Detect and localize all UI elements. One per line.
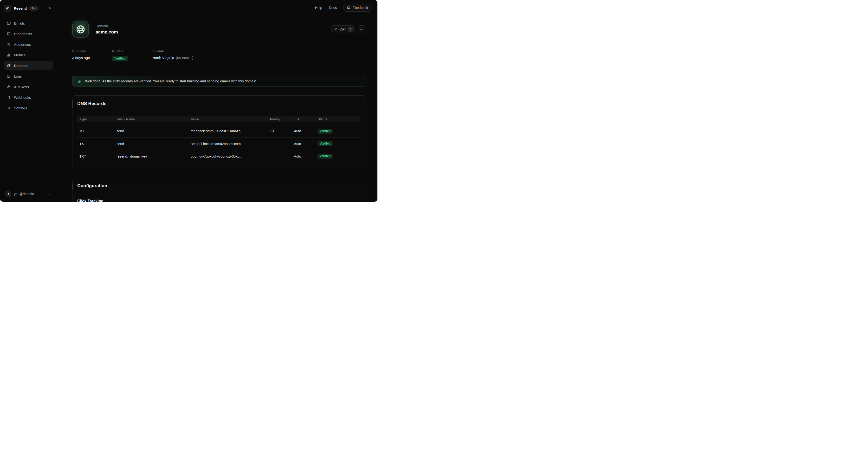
cell-priority: 10	[270, 129, 294, 133]
sidebar-item-label: Domains	[14, 64, 28, 68]
region-label: REGION	[152, 49, 193, 53]
cell-ttl: Auto	[294, 129, 317, 133]
sidebar-nav: Emails Broadcasts Audiences Metrics	[4, 19, 53, 113]
click-tracking-label: Click Tracking	[77, 199, 360, 202]
sidebar-item-settings[interactable]: Settings	[4, 103, 53, 113]
cell-host: send	[117, 142, 191, 146]
page-title: acme.com	[96, 29, 118, 35]
lock-icon	[7, 85, 11, 89]
created-value: 3 days ago	[72, 56, 112, 60]
domain-meta: CREATED 3 days ago STATUS Verified REGIO…	[72, 49, 365, 61]
banner-message: Well done! All the DNS records are verif…	[85, 79, 257, 83]
api-button[interactable]: API A	[331, 25, 355, 33]
cell-host: send	[117, 129, 191, 133]
sidebar-item-label: Metrics	[14, 53, 26, 57]
table-row: MX send feedback-smtp.us-east-1.amazo...…	[77, 125, 360, 137]
column-header-priority: Priority	[270, 117, 294, 121]
verified-banner: Well done! All the DNS records are verif…	[72, 76, 365, 86]
feedback-label: Feedback	[353, 6, 368, 10]
users-icon	[7, 42, 11, 47]
workspace-name: Resend	[14, 6, 27, 10]
feedback-button[interactable]: Feedback	[343, 4, 371, 11]
api-shortcut-key: A	[348, 27, 353, 32]
status-badge: Verified	[112, 56, 128, 61]
cell-host: resend._domainkey	[117, 154, 191, 158]
user-email: you@domain....	[14, 192, 37, 196]
sliders-icon	[7, 106, 11, 110]
more-options-button[interactable]	[358, 25, 365, 33]
status-label: STATUS	[112, 49, 152, 53]
sidebar-item-webhooks[interactable]: Webhooks	[4, 93, 53, 102]
party-popper-icon	[77, 79, 82, 84]
domain-header: Domain acme.com API A	[72, 21, 365, 37]
top-navigation: Help Docs Feedback	[315, 0, 377, 16]
app-window: R Resend Pro Emails Broadcasts	[0, 0, 377, 202]
column-header-type: Type	[80, 117, 117, 121]
created-label: CREATED	[72, 49, 112, 53]
code-icon	[334, 27, 338, 31]
sidebar: R Resend Pro Emails Broadcasts	[0, 0, 57, 202]
sidebar-item-label: API Keys	[14, 85, 29, 89]
dns-records-card: DNS Records Type Host / Name Value Prior…	[72, 95, 365, 168]
cell-ttl: Auto	[294, 142, 317, 146]
configuration-card: Configuration Click Tracking	[72, 178, 365, 202]
bar-chart-icon	[7, 53, 11, 57]
logs-icon	[7, 74, 11, 78]
dns-table-header: Type Host / Name Value Priority TTL Stat…	[77, 116, 360, 122]
table-row: TXT resend._domainkey 5uqmdw7qpxudkyvdon…	[77, 150, 360, 163]
card-accent-bar	[72, 100, 73, 108]
domain-eyebrow: Domain	[96, 24, 118, 28]
table-row: TXT send "v=spf1 include:amazonses.com..…	[77, 137, 360, 150]
sidebar-item-broadcasts[interactable]: Broadcasts	[4, 29, 53, 38]
sidebar-item-domains[interactable]: Domains	[4, 61, 53, 70]
column-header-value: Value	[191, 117, 270, 121]
sidebar-item-emails[interactable]: Emails	[4, 19, 53, 28]
sidebar-item-api-keys[interactable]: API Keys	[4, 82, 53, 91]
resend-logo-letter: R	[6, 6, 9, 10]
cell-value: "v=spf1 include:amazonses.com...	[191, 142, 270, 146]
ellipsis-icon	[360, 29, 361, 30]
status-badge: Verified	[317, 154, 333, 159]
sidebar-item-label: Webhooks	[14, 95, 31, 99]
cell-type: TXT	[80, 154, 117, 158]
feedback-icon	[347, 6, 350, 10]
docs-link[interactable]: Docs	[329, 6, 337, 10]
sidebar-item-label: Audiences	[14, 42, 31, 47]
status-badge: Verified	[317, 129, 333, 134]
configuration-title: Configuration	[77, 183, 360, 188]
avatar: Y	[5, 191, 11, 197]
resend-logo: R	[4, 5, 11, 12]
dns-table-body: MX send feedback-smtp.us-east-1.amazo...…	[77, 125, 360, 163]
cell-type: MX	[80, 129, 117, 133]
sidebar-item-logs[interactable]: Logs	[4, 71, 53, 81]
column-header-status: Status	[318, 117, 360, 121]
user-menu[interactable]: Y you@domain.... ...	[4, 191, 53, 197]
cell-type: TXT	[80, 142, 117, 146]
help-link[interactable]: Help	[315, 6, 322, 10]
domain-globe-icon	[72, 21, 89, 37]
cell-ttl: Auto	[294, 154, 317, 158]
cell-value: feedback-smtp.us-east-1.amazo...	[191, 129, 270, 133]
globe-icon	[7, 64, 11, 68]
sidebar-item-label: Emails	[14, 21, 25, 25]
workspace-switcher[interactable]: R Resend Pro	[4, 4, 53, 12]
main-content: Help Docs Feedback Domain acme.com	[57, 0, 377, 202]
email-icon	[7, 21, 11, 25]
sidebar-item-audiences[interactable]: Audiences	[4, 40, 53, 49]
cell-value: 5uqmdw7qpxudkyvdonqzy35kp...	[191, 154, 270, 158]
sidebar-item-metrics[interactable]: Metrics	[4, 50, 53, 59]
sidebar-item-label: Logs	[14, 74, 22, 78]
region-value: North Virginia	[152, 56, 174, 60]
region-code: (us-east-1)	[176, 56, 193, 60]
api-button-label: API	[340, 27, 346, 31]
status-badge: Verified	[317, 141, 333, 146]
dns-records-title: DNS Records	[77, 101, 360, 106]
plan-badge: Pro	[29, 6, 38, 10]
unfold-icon[interactable]	[48, 6, 52, 10]
column-header-host: Host / Name	[117, 117, 191, 121]
sidebar-item-label: Settings	[14, 106, 27, 110]
arrows-up-down-icon	[7, 95, 11, 99]
card-accent-bar	[72, 183, 73, 190]
user-more-icon[interactable]: ...	[47, 192, 50, 196]
broadcast-icon	[7, 32, 11, 36]
